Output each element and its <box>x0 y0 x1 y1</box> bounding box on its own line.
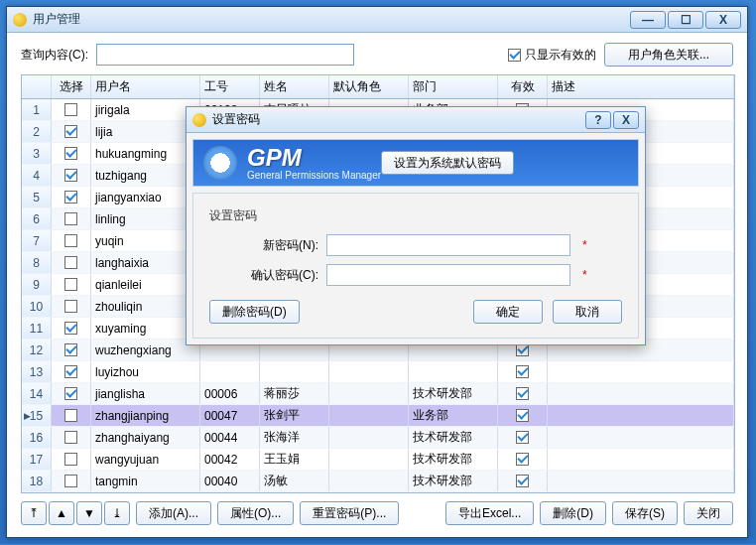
header-user[interactable]: 用户名 <box>91 75 200 98</box>
row-select-checkbox[interactable] <box>52 230 91 251</box>
cell-name: 张海洋 <box>260 427 329 448</box>
cell-user: jirigala <box>91 99 200 120</box>
table-row[interactable]: 13luyizhou <box>22 361 734 383</box>
new-password-input[interactable] <box>326 234 570 256</box>
nav-last-icon: ⤓ <box>112 506 122 520</box>
row-valid-checkbox[interactable] <box>498 383 548 404</box>
nav-next-icon: ▼ <box>83 506 95 520</box>
maximize-button[interactable]: ☐ <box>668 11 703 29</box>
only-valid-checkbox[interactable]: 只显示有效的 <box>508 47 596 64</box>
row-valid-checkbox[interactable] <box>498 405 548 426</box>
main-window: 用户管理 — ☐ X 查询内容(C): 只显示有效的 用户角色关联... 选择 … <box>6 6 748 538</box>
cell-dept <box>409 361 498 382</box>
row-number: 15 <box>22 405 52 426</box>
row-number: 14 <box>22 383 52 404</box>
dialog-help-button[interactable]: ? <box>585 111 611 129</box>
row-select-checkbox[interactable] <box>52 471 91 491</box>
nav-prev-button[interactable]: ▲ <box>49 501 74 525</box>
row-select-checkbox[interactable] <box>52 274 91 295</box>
table-row[interactable]: 16zhanghaiyang00044张海洋技术研发部 <box>22 427 734 449</box>
close-main-button[interactable]: 关闭 <box>684 501 733 525</box>
row-select-checkbox[interactable] <box>52 99 91 120</box>
row-select-checkbox[interactable] <box>52 165 91 186</box>
user-role-link-button[interactable]: 用户角色关联... <box>604 43 733 67</box>
props-button[interactable]: 属性(O)... <box>217 501 294 525</box>
cell-role <box>329 427 409 448</box>
row-select-checkbox[interactable] <box>52 252 91 273</box>
table-row[interactable]: 15zhangjianping00047张剑平业务部 <box>22 405 734 427</box>
search-input[interactable] <box>96 44 354 66</box>
row-valid-checkbox[interactable] <box>498 361 548 382</box>
row-select-checkbox[interactable] <box>52 405 91 426</box>
cell-dept: 技术研发部 <box>409 427 498 448</box>
row-select-checkbox[interactable] <box>52 187 91 207</box>
delete-password-button[interactable]: 删除密码(D) <box>209 300 300 324</box>
cell-user: xuyaming <box>91 318 200 339</box>
header-valid[interactable]: 有效 <box>498 75 548 98</box>
cell-role <box>329 449 409 470</box>
row-valid-checkbox[interactable] <box>498 449 548 470</box>
row-select-checkbox[interactable] <box>52 361 91 382</box>
export-button[interactable]: 导出Excel... <box>445 501 534 525</box>
cell-name: 蒋丽莎 <box>260 383 329 404</box>
minimize-button[interactable]: — <box>630 11 666 29</box>
delete-button[interactable]: 删除(D) <box>540 501 606 525</box>
header-no[interactable]: 工号 <box>200 75 260 98</box>
row-valid-checkbox[interactable] <box>498 427 548 448</box>
check-icon <box>64 387 77 400</box>
ok-button[interactable]: 确定 <box>473 300 543 324</box>
cell-user: hukuangming <box>91 143 200 164</box>
row-number: 18 <box>22 471 52 491</box>
close-button[interactable]: X <box>705 11 741 29</box>
row-select-checkbox[interactable] <box>52 296 91 317</box>
search-label: 查询内容(C): <box>21 47 88 64</box>
header-role[interactable]: 默认角色 <box>329 75 409 98</box>
table-row[interactable]: 17wangyujuan00042王玉娟技术研发部 <box>22 449 734 471</box>
check-icon <box>64 409 77 422</box>
cell-no <box>200 361 260 382</box>
dialog-close-button[interactable]: X <box>613 111 639 129</box>
check-icon <box>516 409 529 422</box>
check-icon <box>516 431 529 444</box>
row-select-checkbox[interactable] <box>52 318 91 339</box>
cell-name: 汤敏 <box>260 471 329 491</box>
cell-no: 00006 <box>200 383 260 404</box>
header-name[interactable]: 姓名 <box>260 75 329 98</box>
check-icon <box>64 343 77 356</box>
dialog-title: 设置密码 <box>212 111 260 128</box>
cancel-button[interactable]: 取消 <box>553 300 622 324</box>
row-select-checkbox[interactable] <box>52 208 91 229</box>
check-icon <box>516 387 529 400</box>
cell-user: lijia <box>91 121 200 142</box>
header-dept[interactable]: 部门 <box>409 75 498 98</box>
row-select-checkbox[interactable] <box>52 143 91 164</box>
header-desc[interactable]: 描述 <box>548 75 734 98</box>
nav-next-button[interactable]: ▼ <box>76 501 102 525</box>
nav-last-button[interactable]: ⤓ <box>104 501 130 525</box>
row-select-checkbox[interactable] <box>52 427 91 448</box>
cell-role <box>329 471 409 491</box>
row-valid-checkbox[interactable] <box>498 471 548 491</box>
titlebar[interactable]: 用户管理 — ☐ X <box>7 7 747 33</box>
required-icon: * <box>582 268 587 282</box>
row-number: 13 <box>22 361 52 382</box>
table-row[interactable]: 18tangmin00040汤敏技术研发部 <box>22 471 734 492</box>
row-number: 16 <box>22 427 52 448</box>
reset-pwd-button[interactable]: 重置密码(P)... <box>300 501 399 525</box>
row-select-checkbox[interactable] <box>52 121 91 142</box>
dialog-titlebar[interactable]: 设置密码 ? X <box>187 107 645 133</box>
cell-user: langhaixia <box>91 252 200 273</box>
save-button[interactable]: 保存(S) <box>612 501 678 525</box>
row-select-checkbox[interactable] <box>52 340 91 360</box>
search-bar: 查询内容(C): 只显示有效的 用户角色关联... <box>21 43 733 67</box>
header-select[interactable]: 选择 <box>52 75 91 98</box>
set-password-dialog: 设置密码 ? X GPM General Permissions Manager… <box>186 106 646 345</box>
confirm-password-input[interactable] <box>326 264 570 286</box>
row-select-checkbox[interactable] <box>52 383 91 404</box>
set-default-pwd-button[interactable]: 设置为系统默认密码 <box>381 151 514 175</box>
nav-first-button[interactable]: ⤒ <box>21 501 47 525</box>
row-number: 11 <box>22 318 52 339</box>
row-select-checkbox[interactable] <box>52 449 91 470</box>
add-button[interactable]: 添加(A)... <box>136 501 211 525</box>
table-row[interactable]: 14jianglisha00006蒋丽莎技术研发部 <box>22 383 734 405</box>
